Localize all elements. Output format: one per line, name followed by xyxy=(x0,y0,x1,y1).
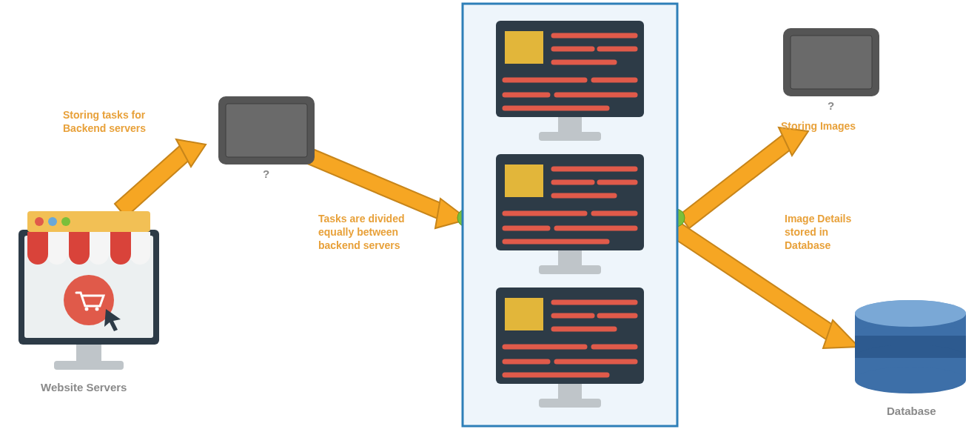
svg-marker-2 xyxy=(306,148,448,221)
backend-cluster xyxy=(463,4,677,426)
svg-rect-11 xyxy=(54,361,124,370)
svg-rect-63 xyxy=(558,384,582,399)
edge-label-to-image-store: Storing Images xyxy=(781,120,856,132)
edge-label-to-database: Image Detailsstored inDatabase xyxy=(785,213,851,251)
svg-rect-17 xyxy=(69,232,90,254)
database-label: Database xyxy=(887,405,936,417)
image-store-icon xyxy=(783,28,879,96)
svg-marker-4 xyxy=(679,133,794,228)
svg-rect-64 xyxy=(539,399,601,408)
svg-point-20 xyxy=(85,308,89,311)
svg-rect-16 xyxy=(27,232,48,254)
svg-point-13 xyxy=(35,217,44,226)
svg-rect-10 xyxy=(76,345,101,361)
svg-rect-37 xyxy=(558,117,582,132)
svg-rect-38 xyxy=(539,132,601,141)
svg-rect-66 xyxy=(791,36,872,89)
queue-icon xyxy=(218,96,315,165)
svg-point-21 xyxy=(95,308,99,311)
svg-rect-24 xyxy=(226,104,307,157)
svg-point-74 xyxy=(855,300,966,327)
svg-rect-18 xyxy=(110,232,131,254)
image-store-label: ? xyxy=(828,99,834,112)
svg-point-73 xyxy=(855,367,966,393)
svg-marker-0 xyxy=(115,144,192,217)
edge-label-to-queue: Storing tasks forBackend servers xyxy=(63,109,146,134)
svg-point-15 xyxy=(61,217,70,226)
svg-rect-12 xyxy=(27,211,150,232)
database-icon xyxy=(855,300,966,393)
svg-rect-27 xyxy=(505,31,543,64)
svg-rect-53 xyxy=(505,298,543,330)
svg-rect-50 xyxy=(558,250,582,265)
website-servers-icon xyxy=(19,211,159,370)
queue-label: ? xyxy=(263,167,269,180)
edge-label-to-backend: Tasks are dividedequally betweenbackend … xyxy=(318,213,404,251)
svg-point-14 xyxy=(48,217,57,226)
svg-rect-51 xyxy=(539,265,601,274)
website-servers-label: Website Servers xyxy=(41,381,127,393)
svg-rect-40 xyxy=(505,165,543,197)
arrow-to-queue xyxy=(115,139,206,217)
